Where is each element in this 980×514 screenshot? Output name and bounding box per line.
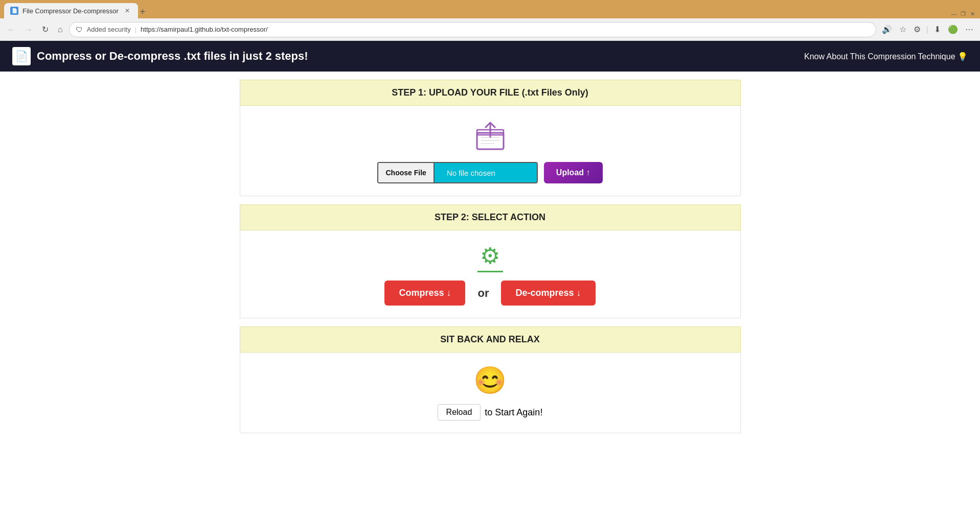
step1-bold: .txt [525, 87, 539, 98]
choose-file-btn[interactable]: Choose File [378, 163, 434, 182]
relax-emoji: 😊 [473, 365, 507, 396]
tab-title: File Compressor De-compressor [22, 7, 119, 15]
action-row: Compress ↓ or De-compress ↓ [384, 281, 595, 306]
tab-favicon: 📄 [10, 7, 18, 15]
step3-description: SIT BACK AND RELAX [440, 334, 539, 344]
reload-btn[interactable]: Reload [438, 404, 481, 420]
step3-body: 😊 Reload to Start Again! [240, 353, 741, 433]
compress-btn[interactable]: Compress ↓ [384, 281, 465, 306]
app-favicon: 📄 [12, 47, 31, 65]
step2-description: SELECT ACTION [472, 212, 545, 222]
page-wrapper: STEP 1: UPLOAD YOUR FILE (.txt Files Onl… [0, 72, 980, 450]
tab-bar: 📄 File Compressor De-compressor ✕ + — ❐ … [0, 0, 980, 18]
step3-header: SIT BACK AND RELAX [240, 326, 741, 353]
app-title: Compress or De-compress .txt files in ju… [37, 50, 308, 63]
upload-btn[interactable]: Upload ↑ [544, 162, 603, 183]
extension-btn[interactable]: 🟢 [945, 22, 961, 36]
active-tab[interactable]: 📄 File Compressor De-compressor ✕ [4, 3, 138, 18]
file-input-wrapper: Choose File No file chosen [377, 162, 537, 183]
reload-text: to Start Again! [485, 407, 542, 418]
step1-section: STEP 1: UPLOAD YOUR FILE (.txt Files Onl… [240, 80, 741, 196]
tab-close-btn[interactable]: ✕ [123, 6, 132, 15]
home-btn[interactable]: ⌂ [55, 23, 66, 36]
file-input-row: Choose File No file chosen Upload ↑ [377, 162, 602, 183]
maximize-btn[interactable]: ❐ [960, 10, 967, 17]
new-tab-btn[interactable]: + [140, 7, 146, 16]
compression-info-link[interactable]: Know About This Compression Technique 💡 [804, 52, 968, 61]
or-text: or [477, 287, 489, 300]
read-aloud-btn[interactable]: 🔊 [879, 22, 895, 36]
app-header: 📄 Compress or De-compress .txt files in … [0, 41, 980, 72]
url-text: https://samirpaul1.github.io/txt-compres… [141, 26, 268, 33]
step2-header: STEP 2: SELECT ACTION [240, 204, 741, 230]
nav-extras: 🔊 ☆ ⚙ | ⬇ 🟢 ⋯ [879, 22, 976, 36]
gear-icon-container: ⚙ [477, 243, 503, 272]
step2-label: STEP 2 [435, 212, 466, 222]
more-btn[interactable]: ⋯ [963, 22, 976, 36]
step1-body: Choose File No file chosen Upload ↑ [240, 106, 741, 196]
shield-icon: 🛡 [76, 26, 83, 34]
app-title-container: 📄 Compress or De-compress .txt files in … [12, 47, 308, 65]
gear-icon: ⚙ [480, 243, 500, 269]
minimize-btn[interactable]: — [950, 10, 958, 17]
upload-icon [474, 120, 507, 152]
window-controls: — ❐ ✕ [946, 10, 980, 17]
step2-body: ⚙ Compress ↓ or De-compress ↓ [240, 230, 741, 318]
refresh-btn[interactable]: ↻ [39, 22, 52, 36]
browser-chrome: 📄 File Compressor De-compressor ✕ + — ❐ … [0, 0, 980, 41]
no-file-text: No file chosen [447, 169, 495, 177]
address-bar[interactable]: 🛡 Added security | https://samirpaul1.gi… [69, 22, 876, 37]
step2-section: STEP 2: SELECT ACTION ⚙ Compress ↓ or De… [240, 204, 741, 318]
upload-icon-container [472, 118, 508, 154]
gear-underline [477, 271, 503, 272]
file-name-display: No file chosen [435, 163, 537, 182]
back-btn[interactable]: ← [4, 23, 18, 36]
downloads-btn[interactable]: ⬇ [931, 22, 943, 36]
nav-separator: | [135, 26, 136, 33]
reload-row: Reload to Start Again! [438, 404, 543, 420]
favorites-btn[interactable]: ☆ [897, 22, 909, 36]
decompress-btn[interactable]: De-compress ↓ [501, 281, 595, 306]
step3-section: SIT BACK AND RELAX 😊 Reload to Start Aga… [240, 326, 741, 433]
browser-settings-btn[interactable]: ⚙ [911, 22, 923, 36]
step1-header: STEP 1: UPLOAD YOUR FILE (.txt Files Onl… [240, 80, 741, 106]
forward-btn[interactable]: → [21, 23, 36, 36]
step1-label: STEP 1: UPLOAD YOUR FILE (.txt Files Onl… [392, 87, 588, 98]
close-btn[interactable]: ✕ [969, 10, 976, 17]
security-text: Added security [87, 26, 131, 33]
nav-bar: ← → ↻ ⌂ 🛡 Added security | https://samir… [0, 18, 980, 41]
